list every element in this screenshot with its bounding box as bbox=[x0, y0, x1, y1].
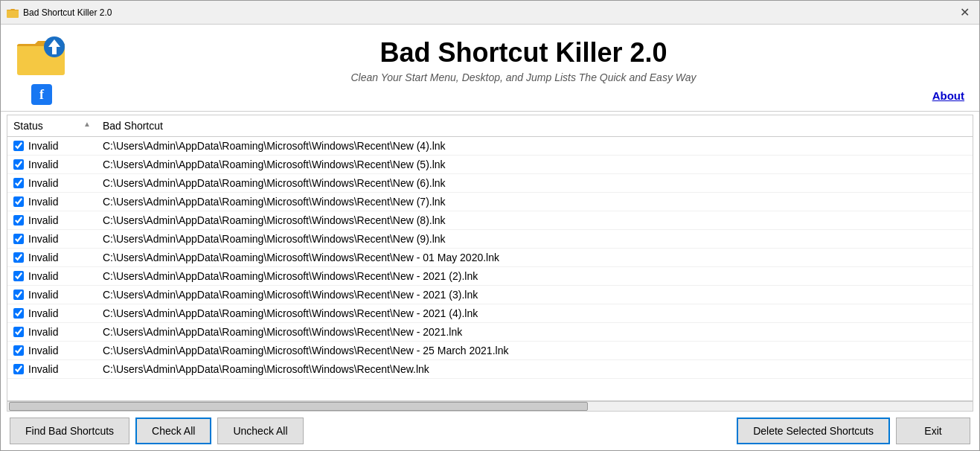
table-row: Invalid C:\Users\Admin\AppData\Roaming\M… bbox=[7, 137, 973, 156]
path-cell: C:\Users\Admin\AppData\Roaming\Microsoft… bbox=[97, 137, 973, 156]
status-label: Invalid bbox=[28, 196, 58, 208]
table-container: Status ▲ Bad Shortcut Invalid C:\Users\A… bbox=[1, 112, 979, 412]
row-checkbox[interactable] bbox=[13, 141, 24, 151]
table-row: Invalid C:\Users\Admin\AppData\Roaming\M… bbox=[7, 174, 973, 193]
path-cell: C:\Users\Admin\AppData\Roaming\Microsoft… bbox=[97, 156, 973, 174]
table-header-row: Status ▲ Bad Shortcut bbox=[7, 115, 973, 137]
status-cell: Invalid bbox=[7, 267, 97, 286]
path-cell: C:\Users\Admin\AppData\Roaming\Microsoft… bbox=[97, 342, 973, 360]
row-checkbox[interactable] bbox=[13, 271, 24, 281]
header-logo: f bbox=[16, 33, 68, 105]
path-cell: C:\Users\Admin\AppData\Roaming\Microsoft… bbox=[97, 193, 973, 211]
table-row: Invalid C:\Users\Admin\AppData\Roaming\M… bbox=[7, 360, 973, 379]
table-row: Invalid C:\Users\Admin\AppData\Roaming\M… bbox=[7, 156, 973, 174]
row-checkbox[interactable] bbox=[13, 234, 24, 244]
shortcuts-table: Status ▲ Bad Shortcut Invalid C:\Users\A… bbox=[7, 115, 973, 379]
header: f Bad Shortcut Killer 2.0 Clean Your Sta… bbox=[1, 25, 979, 112]
status-label: Invalid bbox=[28, 270, 58, 282]
check-all-button[interactable]: Check All bbox=[135, 418, 211, 444]
table-row: Invalid C:\Users\Admin\AppData\Roaming\M… bbox=[7, 211, 973, 230]
path-cell: C:\Users\Admin\AppData\Roaming\Microsoft… bbox=[97, 174, 973, 193]
sort-arrow-status: ▲ bbox=[83, 120, 91, 128]
status-cell: Invalid bbox=[7, 304, 97, 323]
col-bad-shortcut: Bad Shortcut bbox=[97, 115, 973, 137]
row-checkbox[interactable] bbox=[13, 159, 24, 170]
row-checkbox[interactable] bbox=[13, 364, 24, 374]
path-cell: C:\Users\Admin\AppData\Roaming\Microsoft… bbox=[97, 323, 973, 342]
find-bad-shortcuts-button[interactable]: Find Bad Shortcuts bbox=[10, 418, 129, 444]
status-cell: Invalid bbox=[7, 286, 97, 304]
status-label: Invalid bbox=[28, 289, 58, 301]
status-cell: Invalid bbox=[7, 360, 97, 379]
status-cell: Invalid bbox=[7, 323, 97, 342]
path-cell: C:\Users\Admin\AppData\Roaming\Microsoft… bbox=[97, 230, 973, 249]
table-row: Invalid C:\Users\Admin\AppData\Roaming\M… bbox=[7, 230, 973, 249]
path-cell: C:\Users\Admin\AppData\Roaming\Microsoft… bbox=[97, 360, 973, 379]
status-cell: Invalid bbox=[7, 342, 97, 360]
status-label: Invalid bbox=[28, 177, 58, 189]
title-bar: Bad Shortcut Killer 2.0 ✕ bbox=[1, 1, 979, 25]
table-row: Invalid C:\Users\Admin\AppData\Roaming\M… bbox=[7, 267, 973, 286]
status-cell: Invalid bbox=[7, 137, 97, 156]
svg-rect-0 bbox=[7, 10, 19, 18]
folder-icon bbox=[16, 33, 68, 78]
status-label: Invalid bbox=[28, 363, 58, 375]
app-subtitle: Clean Your Start Menu, Desktop, and Jump… bbox=[83, 71, 964, 83]
status-cell: Invalid bbox=[7, 211, 97, 230]
path-cell: C:\Users\Admin\AppData\Roaming\Microsoft… bbox=[97, 304, 973, 323]
table-scroll[interactable]: Status ▲ Bad Shortcut Invalid C:\Users\A… bbox=[7, 115, 973, 401]
row-checkbox[interactable] bbox=[13, 327, 24, 337]
row-checkbox[interactable] bbox=[13, 196, 24, 207]
scroll-thumb bbox=[9, 402, 588, 411]
table-row: Invalid C:\Users\Admin\AppData\Roaming\M… bbox=[7, 193, 973, 211]
row-checkbox[interactable] bbox=[13, 215, 24, 226]
table-body: Invalid C:\Users\Admin\AppData\Roaming\M… bbox=[7, 137, 973, 379]
exit-button[interactable]: Exit bbox=[896, 418, 970, 444]
path-cell: C:\Users\Admin\AppData\Roaming\Microsoft… bbox=[97, 249, 973, 267]
table-row: Invalid C:\Users\Admin\AppData\Roaming\M… bbox=[7, 304, 973, 323]
status-label: Invalid bbox=[28, 140, 58, 152]
status-label: Invalid bbox=[28, 214, 58, 226]
table-row: Invalid C:\Users\Admin\AppData\Roaming\M… bbox=[7, 249, 973, 267]
table-row: Invalid C:\Users\Admin\AppData\Roaming\M… bbox=[7, 286, 973, 304]
status-cell: Invalid bbox=[7, 156, 97, 174]
title-bar-left: Bad Shortcut Killer 2.0 bbox=[7, 7, 112, 19]
uncheck-all-button[interactable]: Uncheck All bbox=[217, 418, 303, 444]
main-window: Bad Shortcut Killer 2.0 ✕ f Bad Shortcut… bbox=[0, 0, 980, 451]
horizontal-scrollbar[interactable] bbox=[7, 401, 973, 412]
status-label: Invalid bbox=[28, 326, 58, 338]
footer-left: Find Bad Shortcuts Check All Uncheck All bbox=[10, 418, 304, 444]
row-checkbox[interactable] bbox=[13, 252, 24, 263]
footer-right: Delete Selected Shortcuts Exit bbox=[737, 418, 970, 444]
path-cell: C:\Users\Admin\AppData\Roaming\Microsoft… bbox=[97, 286, 973, 304]
header-title: Bad Shortcut Killer 2.0 Clean Your Start… bbox=[83, 33, 964, 83]
table-row: Invalid C:\Users\Admin\AppData\Roaming\M… bbox=[7, 323, 973, 342]
about-link[interactable]: About bbox=[932, 89, 964, 102]
status-cell: Invalid bbox=[7, 174, 97, 193]
facebook-icon[interactable]: f bbox=[31, 84, 52, 105]
status-label: Invalid bbox=[28, 252, 58, 263]
path-cell: C:\Users\Admin\AppData\Roaming\Microsoft… bbox=[97, 267, 973, 286]
title-bar-text: Bad Shortcut Killer 2.0 bbox=[23, 7, 112, 18]
status-cell: Invalid bbox=[7, 249, 97, 267]
col-status: Status ▲ bbox=[7, 115, 97, 137]
table-row: Invalid C:\Users\Admin\AppData\Roaming\M… bbox=[7, 342, 973, 360]
row-checkbox[interactable] bbox=[13, 308, 24, 319]
status-cell: Invalid bbox=[7, 230, 97, 249]
app-icon bbox=[7, 7, 19, 19]
close-button[interactable]: ✕ bbox=[955, 4, 973, 22]
status-label: Invalid bbox=[28, 345, 58, 356]
row-checkbox[interactable] bbox=[13, 345, 24, 356]
status-label: Invalid bbox=[28, 233, 58, 245]
footer: Find Bad Shortcuts Check All Uncheck All… bbox=[1, 412, 979, 450]
status-label: Invalid bbox=[28, 159, 58, 170]
path-cell: C:\Users\Admin\AppData\Roaming\Microsoft… bbox=[97, 211, 973, 230]
app-title: Bad Shortcut Killer 2.0 bbox=[83, 37, 964, 68]
row-checkbox[interactable] bbox=[13, 290, 24, 300]
row-checkbox[interactable] bbox=[13, 178, 24, 188]
status-cell: Invalid bbox=[7, 193, 97, 211]
delete-selected-button[interactable]: Delete Selected Shortcuts bbox=[737, 418, 890, 444]
status-label: Invalid bbox=[28, 307, 58, 319]
